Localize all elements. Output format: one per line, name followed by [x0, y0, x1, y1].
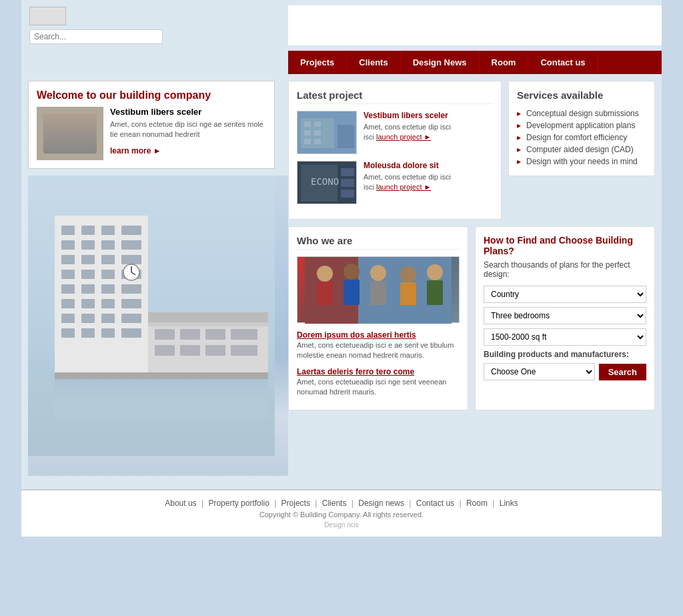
- svg-text:ECONO: ECONO: [311, 176, 339, 187]
- svg-rect-16: [61, 299, 75, 308]
- svg-rect-48: [155, 329, 175, 340]
- project-item-2: ECONO: [297, 161, 493, 204]
- svg-rect-57: [55, 372, 268, 379]
- footer-links-link[interactable]: Links: [500, 499, 518, 508]
- svg-rect-18: [61, 328, 75, 338]
- nav-projects[interactable]: Projects: [288, 51, 347, 74]
- bedrooms-select[interactable]: Three bedrooms One bedroom Two bedrooms …: [484, 307, 646, 324]
- services-box: Services available Conceptual design sub…: [508, 81, 655, 176]
- nav-design-news[interactable]: Design News: [401, 51, 480, 74]
- services-title: Services available: [517, 89, 646, 101]
- footer-design-news[interactable]: Design news: [358, 499, 404, 508]
- svg-rect-28: [101, 240, 115, 250]
- svg-rect-61: [337, 125, 354, 148]
- nav-clients[interactable]: Clients: [347, 51, 400, 74]
- svg-rect-12: [61, 240, 75, 250]
- svg-rect-36: [121, 240, 141, 250]
- service-item-2: Development application plans: [517, 119, 646, 131]
- project-info-1: Vestibum libers sceler Amet, cons ectetu…: [364, 111, 451, 154]
- who-link-2[interactable]: Laertas deleris ferro tero come: [297, 367, 414, 376]
- svg-rect-30: [101, 270, 115, 279]
- service-item-1: Conceptual design submissions: [517, 107, 646, 119]
- manufacturers-row: Choose One Search: [484, 363, 646, 380]
- search-button[interactable]: Search: [599, 364, 646, 380]
- svg-rect-55: [231, 345, 257, 356]
- footer-room[interactable]: Room: [466, 499, 488, 508]
- svg-rect-13: [61, 255, 75, 264]
- size-select[interactable]: 1500-2000 sq ft Under 1000 sq ft 1000-15…: [484, 328, 646, 346]
- svg-point-79: [344, 264, 360, 280]
- svg-rect-27: [101, 226, 115, 235]
- svg-rect-37: [121, 255, 141, 264]
- welcome-inner: Vestibum libers sceler Amet, cons ectetu…: [37, 107, 266, 160]
- svg-rect-33: [101, 314, 115, 323]
- svg-point-6: [81, 121, 92, 132]
- footer-design-credit: Design ncis: [29, 521, 654, 529]
- svg-rect-80: [344, 280, 360, 305]
- svg-rect-20: [81, 240, 95, 250]
- svg-rect-73: [341, 190, 354, 198]
- who-text-2: Amet, cons ectetueadip isci nge sent vee…: [297, 377, 460, 398]
- svg-rect-62: [304, 121, 311, 127]
- outer-wrapper: Projects Clients Design News Room Contac…: [0, 0, 683, 537]
- project-item-1: Vestibum libers sceler Amet, cons ectetu…: [297, 111, 493, 154]
- footer-about[interactable]: About us: [165, 499, 196, 508]
- project-title-2: Moleusda dolore sit: [364, 161, 451, 170]
- svg-rect-31: [101, 284, 115, 294]
- learn-more-link[interactable]: learn more ►: [110, 146, 161, 156]
- svg-rect-50: [205, 329, 225, 340]
- svg-rect-35: [121, 226, 141, 235]
- project-body-extra-1: isci launch project ►: [364, 132, 451, 142]
- launch-link-2[interactable]: launch project ►: [376, 183, 431, 191]
- svg-rect-32: [101, 299, 115, 308]
- full-layout: Projects Clients Design News Room Contac…: [21, 0, 662, 537]
- svg-point-83: [400, 266, 416, 282]
- nav-contact[interactable]: Contact us: [528, 51, 598, 74]
- services-col: Services available Conceptual design sub…: [508, 81, 655, 226]
- svg-rect-15: [61, 284, 75, 294]
- header-row: [21, 0, 662, 51]
- search-input[interactable]: [29, 29, 163, 44]
- svg-point-85: [427, 264, 443, 280]
- svg-rect-23: [81, 284, 95, 294]
- header-right: [288, 5, 662, 45]
- service-item-3: Design for comfort efficiency: [517, 131, 646, 143]
- launch-link-1[interactable]: launch project ►: [376, 133, 431, 141]
- latest-project-title: Latest project: [297, 89, 493, 104]
- svg-point-2: [48, 121, 59, 132]
- project-thumb-2: ECONO: [297, 161, 357, 204]
- svg-rect-39: [121, 284, 141, 294]
- manufacturers-label: Building products and manufacturers:: [484, 350, 646, 359]
- welcome-box: Welcome to our building company: [28, 81, 275, 169]
- svg-rect-25: [81, 314, 95, 323]
- svg-rect-40: [121, 299, 141, 308]
- choose-one-select[interactable]: Choose One: [484, 363, 595, 380]
- svg-point-4: [65, 120, 75, 131]
- svg-rect-54: [205, 345, 225, 356]
- country-select[interactable]: Country USA Canada UK: [484, 286, 646, 303]
- nav-bar: Projects Clients Design News Room Contac…: [288, 51, 662, 74]
- middle-row: Who we are: [288, 226, 655, 410]
- nav-room[interactable]: Room: [480, 51, 529, 74]
- building-area: [28, 176, 288, 476]
- svg-rect-17: [61, 314, 75, 323]
- who-link-1[interactable]: Dorem ipsum dos alaseri hertis: [297, 330, 416, 340]
- footer-projects[interactable]: Projects: [281, 499, 310, 508]
- who-photo: [297, 256, 460, 323]
- welcome-text: Vestibum libers sceler Amet, cons ectetu…: [110, 107, 266, 160]
- welcome-heading: Vestibum libers sceler: [110, 107, 266, 117]
- svg-point-77: [317, 266, 333, 282]
- footer-property[interactable]: Property portfolio: [208, 499, 269, 508]
- svg-rect-58: [55, 379, 268, 419]
- search-plans-sub: Search thousands of plans for the perfec…: [484, 260, 646, 279]
- footer-clients[interactable]: Clients: [322, 499, 347, 508]
- footer: About us | Property portfolio | Projects…: [21, 489, 662, 537]
- svg-rect-41: [121, 314, 141, 323]
- service-item-5: Design with your needs in mind: [517, 156, 646, 168]
- top-right: Latest project: [288, 81, 655, 226]
- project-title-1: Vestibum libers sceler: [364, 111, 451, 120]
- footer-contact[interactable]: Contact us: [416, 499, 454, 508]
- project-info-2: Moleusda dolore sit Amet, cons ectetue d…: [364, 161, 451, 204]
- svg-rect-34: [101, 328, 115, 338]
- who-text-1: Amet, cons ectetueadip isci e ae sent ve…: [297, 340, 460, 361]
